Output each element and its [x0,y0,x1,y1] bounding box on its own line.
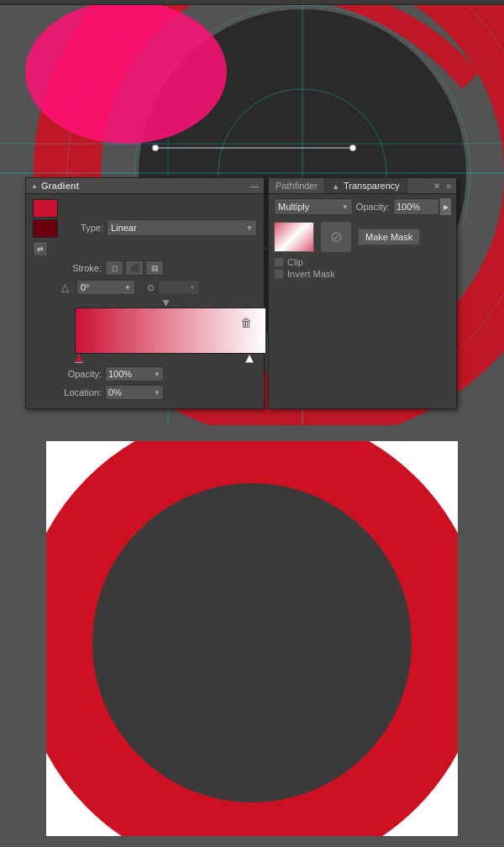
transparency-tab-icon: ▲ [332,182,339,191]
mask-thumbnail-inner [275,223,313,251]
stroke-controls: ◻ ⬛ ▤ [105,260,164,276]
clip-label: Clip [287,257,303,267]
pathfinder-tab-label: Pathfinder [276,181,318,191]
stroke-along-btn[interactable]: ⬛ [125,260,144,276]
blend-row: Multiply ▼ Opacity: 100% ▶ [269,194,456,219]
transparency-opacity-field[interactable]: 100% [393,198,439,215]
gradient-bar[interactable] [75,308,266,354]
panel-tabs: Pathfinder ▲ Transparency ✕ » [269,178,456,194]
svg-point-20 [92,483,412,802]
background-swatch[interactable] [33,219,58,238]
canvas-area: ▲ Gradient — ⇄ Type: Linear [0,5,504,425]
gradient-stop-left[interactable] [75,355,83,363]
preview-canvas [46,441,458,836]
invert-mask-label: Invert Mask [287,269,335,279]
stroke-across-btn[interactable]: ▤ [145,260,164,276]
tab-transparency[interactable]: ▲ Transparency [325,178,407,193]
blend-mode-value: Multiply [278,202,309,212]
gradient-arrow-icon: ▲ [31,182,38,190]
aspect-icon: ⊙ [147,282,155,293]
make-mask-button[interactable]: Make Mask [358,229,420,245]
location-field[interactable]: 0% ▼ [105,385,164,400]
opacity-label: Opacity: [61,369,102,379]
gradient-bar-container: 🗑 [33,299,257,363]
stroke-none-btn[interactable]: ◻ [105,260,123,276]
preview-area [0,425,504,847]
gradient-type-row: ⇄ Type: Linear ▼ [33,199,257,256]
gradient-type-value: Linear [111,223,137,233]
checkboxes: Clip Invert Mask [269,255,456,285]
trash-icon[interactable]: 🗑 [240,316,252,329]
transparency-panel: Pathfinder ▲ Transparency ✕ » Multiply ▼… [268,177,457,409]
panel-tab-controls: ✕ » [432,178,456,193]
mask-row: ⊘ Make Mask [269,219,456,255]
opacity-stepper-btn[interactable]: ▶ [439,198,451,215]
tab-pathfinder[interactable]: Pathfinder [269,178,325,193]
dropdown-arrow-icon: ▼ [246,224,253,232]
opacity-field[interactable]: 100% ▼ [105,366,164,381]
angle-dropdown-icon: ▼ [124,284,131,292]
gradient-stroke-row: Stroke: ◻ ⬛ ▤ [33,260,257,276]
gradient-title-text: Gradient [41,181,79,191]
angle-row: △ 0° ▼ ⊙ ▼ [33,280,257,295]
gradient-header-controls: — [250,182,259,191]
gradient-stop-right[interactable] [245,355,254,363]
aspect-dropdown-icon: ▼ [189,284,196,292]
no-mask-icon[interactable]: ⊘ [321,222,351,252]
gradient-midpoint-marker[interactable] [163,300,170,307]
gradient-panel-body: ⇄ Type: Linear ▼ Stroke: ◻ ⬛ ▤ [26,194,264,408]
blend-mode-dropdown[interactable]: Multiply ▼ [274,198,353,215]
gradient-panel: ▲ Gradient — ⇄ Type: Linear [25,177,265,409]
blend-dropdown-icon: ▼ [342,203,349,211]
mask-thumbnail[interactable] [274,222,314,252]
panels-container: ▲ Gradient — ⇄ Type: Linear [25,177,457,409]
angle-icon: △ [61,281,73,293]
stroke-label: Stroke: [61,263,102,273]
panel-close-btn[interactable]: ✕ [432,182,442,191]
invert-mask-row: Invert Mask [274,269,451,279]
transparency-tab-label: Transparency [344,181,400,191]
gradient-panel-header[interactable]: ▲ Gradient — [26,178,264,194]
color-swatches: ⇄ [33,199,58,256]
clip-checkbox[interactable] [274,257,284,267]
opacity-label-t: Opacity: [356,202,390,212]
location-value: 0% [108,387,122,397]
angle-field[interactable]: 0° ▼ [76,280,135,295]
location-dropdown-icon: ▼ [154,389,160,397]
invert-mask-checkbox[interactable] [274,269,284,279]
swap-colors-icon[interactable]: ⇄ [33,241,48,256]
location-row: Location: 0% ▼ [33,385,257,400]
gradient-type-dropdown[interactable]: Linear ▼ [107,219,257,236]
transparency-opacity-value: 100% [396,202,420,212]
type-label: Type: [63,223,103,233]
angle-value: 0° [81,282,90,292]
svg-point-10 [25,5,227,144]
opacity-row: Opacity: 100% ▼ [33,366,257,381]
opacity-value: 100% [108,369,132,379]
opacity-dropdown-icon: ▼ [154,371,160,378]
gradient-title: ▲ Gradient [31,181,79,191]
foreground-swatch[interactable] [33,199,58,218]
aspect-field[interactable]: ▼ [158,280,200,295]
location-label: Location: [61,387,102,397]
panel-expand-btn[interactable]: » [444,182,453,191]
gradient-minimize-icon[interactable]: — [250,182,259,191]
clip-row: Clip [274,257,451,267]
preview-svg [46,441,458,836]
